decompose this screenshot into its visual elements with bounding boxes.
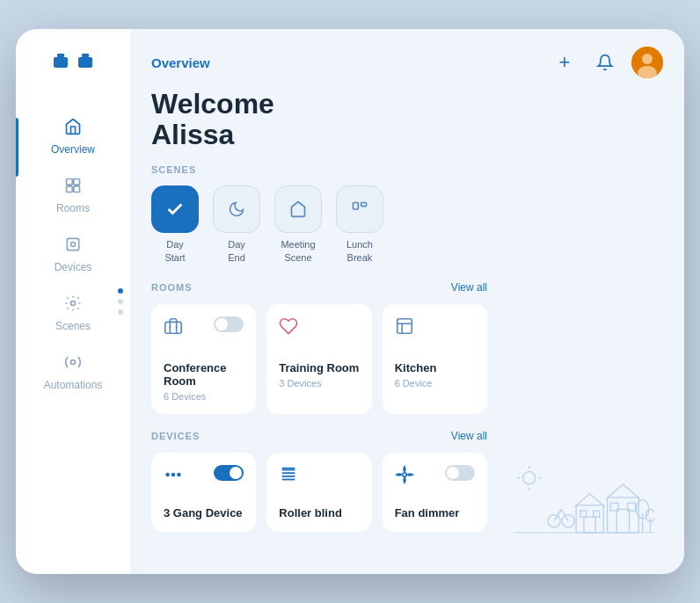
avatar-image (631, 47, 663, 78)
scene-day-start[interactable]: DayStart (151, 185, 199, 264)
scenes-row: DayStart DayEnd (151, 185, 487, 264)
device-roller-header (279, 465, 359, 489)
devices-header: DEVICES View all (151, 430, 487, 442)
app-logo (54, 50, 92, 81)
roller-blind-name: Roller blind (279, 506, 359, 519)
svg-point-25 (178, 474, 180, 476)
room-kitchen[interactable]: Kitchen 6 Device (383, 304, 487, 414)
scene-day-start-label: DayStart (164, 238, 185, 264)
svg-rect-4 (67, 179, 73, 185)
svg-point-31 (402, 473, 406, 477)
svg-rect-8 (67, 238, 78, 250)
welcome-section: Welcome Alissa (151, 89, 487, 150)
notification-button[interactable] (591, 48, 619, 76)
conference-toggle[interactable] (214, 316, 244, 332)
svg-point-23 (166, 474, 169, 476)
device-fan-header (395, 465, 475, 489)
topbar: Overview + (130, 29, 684, 89)
overview-icon (64, 118, 82, 140)
dot-3 (118, 309, 123, 315)
training-room-name: Training Room (279, 361, 359, 374)
training-room-icon (279, 316, 298, 340)
svg-rect-17 (165, 322, 181, 333)
device-roller-blind[interactable]: Roller blind (266, 453, 371, 532)
scene-meeting[interactable]: MeetingScene (274, 185, 322, 264)
sidebar-item-automations[interactable]: Automations (16, 343, 130, 402)
sidebar-item-overview-label: Overview (51, 143, 95, 156)
scroll-indicators (118, 288, 123, 315)
svg-rect-7 (74, 186, 80, 193)
rooms-label: ROOMS (151, 282, 193, 293)
scene-day-end[interactable]: DayEnd (213, 185, 260, 264)
fan-dimmer-icon (395, 465, 414, 489)
kitchen-icon (395, 316, 414, 340)
scenes-header: SCENES (151, 164, 487, 175)
rooms-grid: Conference Room 6 Devices (151, 304, 487, 414)
sidebar-item-rooms-label: Rooms (56, 202, 90, 214)
conference-room-devices: 6 Devices (164, 391, 244, 402)
svg-rect-16 (361, 203, 367, 207)
main-content: Overview + (130, 29, 684, 574)
svg-rect-20 (397, 319, 412, 334)
svg-rect-6 (67, 186, 73, 193)
svg-rect-15 (354, 203, 359, 210)
dot-2 (118, 299, 123, 304)
sidebar-item-devices[interactable]: Devices (16, 225, 130, 284)
scene-day-end-label: DayEnd (228, 238, 245, 264)
fan-toggle[interactable] (445, 465, 475, 481)
scene-meeting-icon (274, 185, 322, 233)
svg-rect-42 (594, 511, 600, 517)
svg-rect-39 (576, 505, 603, 533)
devices-section: DEVICES View all (151, 430, 487, 532)
svg-point-32 (523, 472, 536, 484)
sidebar-item-scenes-label: Scenes (55, 320, 91, 332)
content-area: Welcome Alissa SCENES (130, 89, 684, 574)
sidebar-item-automations-label: Automations (44, 379, 103, 391)
devices-icon (64, 236, 82, 258)
room-conference-header (164, 316, 244, 340)
svg-rect-2 (78, 57, 92, 68)
device-3gang[interactable]: 3 Gang Device (151, 453, 256, 532)
svg-rect-3 (82, 54, 89, 57)
add-button[interactable]: + (551, 48, 579, 76)
svg-point-24 (172, 474, 175, 476)
fan-dimmer-name: Fan dimmer (395, 506, 475, 519)
svg-rect-1 (57, 54, 64, 57)
user-avatar[interactable] (631, 47, 663, 78)
3gang-name: 3 Gang Device (164, 506, 244, 519)
house-svg (514, 462, 654, 556)
page-title: Overview (151, 55, 210, 70)
sidebar-item-scenes[interactable]: Scenes (16, 284, 130, 343)
device-3gang-header (164, 465, 244, 489)
rooms-section: ROOMS View all (151, 281, 487, 414)
room-training[interactable]: Training Room 3 Devices (266, 304, 371, 414)
3gang-icon (164, 465, 183, 489)
devices-grid: 3 Gang Device (151, 453, 487, 532)
kitchen-name: Kitchen (395, 361, 475, 374)
sidebar: Overview Rooms Devices (16, 29, 130, 574)
scenes-label: SCENES (151, 164, 196, 175)
scene-day-end-icon (213, 185, 260, 233)
scenes-icon (64, 294, 82, 316)
sidebar-item-rooms[interactable]: Rooms (16, 166, 130, 225)
rooms-icon (64, 177, 82, 199)
automations-icon (64, 353, 82, 375)
scenes-section: SCENES DayStart (151, 164, 487, 264)
svg-rect-0 (54, 57, 68, 68)
topbar-actions: + (551, 47, 663, 78)
content-left: Welcome Alissa SCENES (151, 89, 487, 556)
house-illustration (505, 89, 663, 556)
room-conference[interactable]: Conference Room 6 Devices (151, 304, 256, 414)
bell-icon (596, 54, 614, 71)
devices-label: DEVICES (151, 431, 200, 441)
roller-blind-icon (279, 465, 298, 489)
welcome-line2: Alissa (151, 120, 487, 150)
device-fan-dimmer[interactable]: Fan dimmer (383, 453, 487, 532)
svg-rect-44 (616, 510, 629, 534)
rooms-view-all[interactable]: View all (451, 281, 487, 294)
devices-view-all[interactable]: View all (451, 430, 487, 442)
3gang-toggle[interactable] (214, 465, 244, 481)
scene-lunch[interactable]: LunchBreak (336, 185, 383, 264)
sidebar-item-overview[interactable]: Overview (16, 107, 130, 166)
sidebar-item-devices-label: Devices (55, 261, 92, 273)
